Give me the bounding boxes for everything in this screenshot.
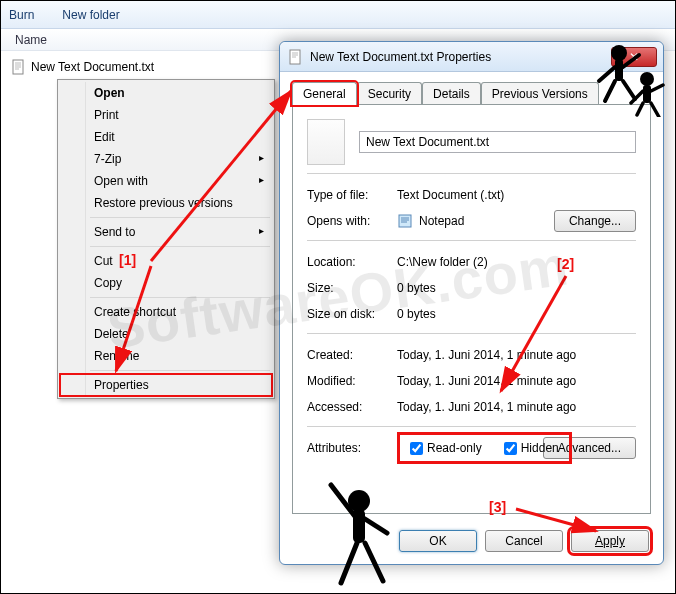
- ctx-rename[interactable]: Rename: [60, 345, 272, 367]
- tab-general[interactable]: General: [292, 82, 357, 105]
- context-menu: Open Print Edit 7-Zip▸ Open with▸ Restor…: [57, 79, 275, 399]
- callout-2: [2]: [557, 256, 574, 272]
- tab-panel-general: Type of file:Text Document (.txt) Opens …: [292, 104, 651, 514]
- ctx-copy[interactable]: Copy: [60, 272, 272, 294]
- ctx-restore-previous[interactable]: Restore previous versions: [60, 192, 272, 214]
- properties-dialog: New Text Document.txt Properties ✕ Gener…: [279, 41, 664, 565]
- checkbox-hidden-input[interactable]: [504, 442, 517, 455]
- ctx-separator: [90, 246, 270, 247]
- explorer-toolbar: Burn New folder: [1, 1, 676, 29]
- separator: [307, 240, 636, 241]
- value-modified: Today, 1. Juni 2014, 1 minute ago: [397, 374, 636, 388]
- ctx-cut[interactable]: Cut: [60, 250, 272, 272]
- file-name: New Text Document.txt: [31, 60, 154, 74]
- value-size-on-disk: 0 bytes: [397, 307, 636, 321]
- ctx-print[interactable]: Print: [60, 104, 272, 126]
- toolbar-new-folder[interactable]: New folder: [62, 8, 119, 22]
- label-size: Size:: [307, 281, 397, 295]
- value-created: Today, 1. Juni 2014, 1 minute ago: [397, 348, 636, 362]
- column-name-label: Name: [15, 33, 47, 47]
- ctx-edit[interactable]: Edit: [60, 126, 272, 148]
- separator: [307, 333, 636, 334]
- apply-button[interactable]: Apply: [571, 530, 649, 552]
- file-name-input[interactable]: [359, 131, 636, 153]
- checkbox-read-only-input[interactable]: [410, 442, 423, 455]
- dialog-titlebar[interactable]: New Text Document.txt Properties ✕: [280, 42, 663, 72]
- checkbox-hidden[interactable]: Hidden: [500, 439, 563, 457]
- label-accessed: Accessed:: [307, 400, 397, 414]
- ctx-separator: [90, 370, 270, 371]
- file-row[interactable]: New Text Document.txt: [11, 57, 154, 77]
- tab-details[interactable]: Details: [422, 82, 481, 105]
- value-accessed: Today, 1. Juni 2014, 1 minute ago: [397, 400, 636, 414]
- value-size: 0 bytes: [397, 281, 636, 295]
- value-opens-with: Notepad: [419, 214, 464, 228]
- checkbox-read-only[interactable]: Read-only: [406, 439, 486, 457]
- dialog-title: New Text Document.txt Properties: [310, 50, 611, 64]
- text-file-icon: [11, 59, 27, 75]
- label-opens-with: Opens with:: [307, 214, 397, 228]
- ctx-open-with[interactable]: Open with▸: [60, 170, 272, 192]
- tab-previous-versions[interactable]: Previous Versions: [481, 82, 599, 105]
- close-button[interactable]: ✕: [611, 47, 657, 67]
- label-type-of-file: Type of file:: [307, 188, 397, 202]
- separator: [307, 426, 636, 427]
- ok-button[interactable]: OK: [399, 530, 477, 552]
- label-created: Created:: [307, 348, 397, 362]
- separator: [307, 173, 636, 174]
- label-location: Location:: [307, 255, 397, 269]
- attributes-highlight: Read-only Hidden: [397, 432, 572, 464]
- ctx-separator: [90, 217, 270, 218]
- toolbar-burn[interactable]: Burn: [9, 8, 34, 22]
- ctx-delete[interactable]: Delete: [60, 323, 272, 345]
- tab-strip: General Security Details Previous Versio…: [292, 82, 599, 105]
- ctx-separator: [90, 297, 270, 298]
- ctx-properties[interactable]: Properties: [60, 374, 272, 396]
- svg-rect-2: [399, 215, 411, 227]
- ctx-open[interactable]: Open: [60, 82, 272, 104]
- text-file-icon: [288, 49, 304, 65]
- tab-security[interactable]: Security: [357, 82, 422, 105]
- ctx-7zip[interactable]: 7-Zip▸: [60, 148, 272, 170]
- submenu-arrow-icon: ▸: [259, 152, 264, 163]
- label-size-on-disk: Size on disk:: [307, 307, 397, 321]
- close-icon: ✕: [629, 50, 639, 64]
- submenu-arrow-icon: ▸: [259, 174, 264, 185]
- submenu-arrow-icon: ▸: [259, 225, 264, 236]
- dialog-button-row: OK Cancel Apply: [399, 530, 649, 552]
- file-thumbnail-icon: [307, 119, 345, 165]
- callout-3: [3]: [489, 499, 506, 515]
- label-modified: Modified:: [307, 374, 397, 388]
- cancel-button[interactable]: Cancel: [485, 530, 563, 552]
- value-type-of-file: Text Document (.txt): [397, 188, 636, 202]
- notepad-icon: [397, 213, 413, 229]
- label-attributes: Attributes:: [307, 441, 397, 455]
- ctx-create-shortcut[interactable]: Create shortcut: [60, 301, 272, 323]
- ctx-send-to[interactable]: Send to▸: [60, 221, 272, 243]
- value-location: C:\New folder (2): [397, 255, 636, 269]
- callout-1: [1]: [119, 252, 136, 268]
- change-button[interactable]: Change...: [554, 210, 636, 232]
